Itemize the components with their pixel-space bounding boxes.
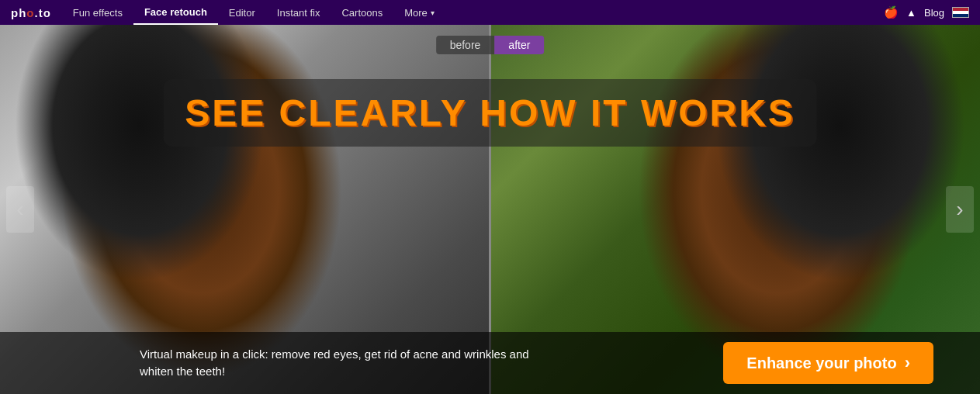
enhance-photo-button[interactable]: Enhance your photo › — [723, 342, 933, 384]
nav-item-instant-fix[interactable]: Instant fix — [266, 0, 331, 25]
blog-link[interactable]: Blog — [924, 7, 944, 19]
navbar: pho.to Fun effects Face retouch Editor I… — [0, 0, 980, 25]
enhance-chevron-icon: › — [905, 353, 910, 373]
enhance-label: Enhance your photo — [746, 354, 896, 372]
before-label[interactable]: before — [436, 36, 495, 54]
left-arrow-icon: ‹ — [16, 197, 23, 222]
nav-item-fun-effects[interactable]: Fun effects — [62, 0, 133, 25]
nav-item-cartoons[interactable]: Cartoons — [331, 0, 393, 25]
before-after-toggle: before after — [436, 36, 545, 54]
main-area: before after See clearly how it works ‹ … — [0, 25, 980, 394]
prev-arrow-button[interactable]: ‹ — [6, 186, 34, 233]
dropdown-arrow-icon: ▾ — [431, 9, 435, 17]
apple-icon[interactable]: 🍎 — [884, 5, 899, 19]
hero-heading-text: See clearly how it works — [185, 92, 795, 133]
logo[interactable]: pho.to — [0, 6, 62, 19]
language-flag[interactable] — [952, 7, 969, 18]
nav-right: 🍎 ▲ Blog — [884, 5, 980, 19]
next-arrow-button[interactable]: › — [946, 186, 974, 233]
nav-item-editor[interactable]: Editor — [218, 0, 266, 25]
android-icon[interactable]: ▲ — [906, 7, 916, 19]
nav-links: Fun effects Face retouch Editor Instant … — [62, 0, 884, 25]
description-text: Virtual makeup in a click: remove red ey… — [0, 346, 723, 381]
after-label[interactable]: after — [494, 36, 544, 54]
bottom-bar: Virtual makeup in a click: remove red ey… — [0, 332, 980, 394]
hero-heading-box: See clearly how it works — [163, 79, 817, 147]
nav-item-face-retouch[interactable]: Face retouch — [133, 0, 218, 25]
right-arrow-icon: › — [956, 197, 963, 222]
nav-item-more[interactable]: More ▾ — [393, 0, 445, 25]
